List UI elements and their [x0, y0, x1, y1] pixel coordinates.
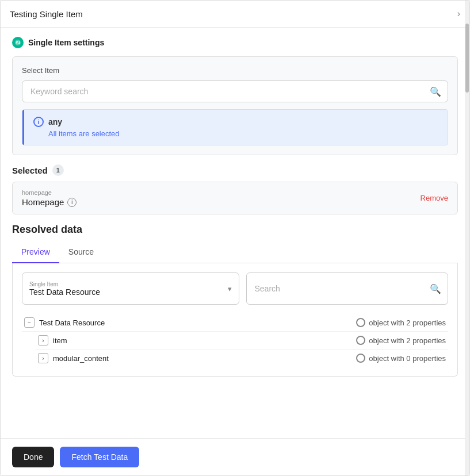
- dropdown-item-row: i any: [33, 117, 438, 127]
- settings-section: SI Single Item settings Select Item 🔍 i …: [1, 28, 469, 164]
- dropdown-item-name: any: [48, 117, 62, 126]
- resolved-search-input[interactable]: [246, 272, 449, 305]
- remove-button[interactable]: Remove: [421, 194, 448, 202]
- resolved-toolbar: Single Item Test Data Resource ▾ 🔍: [22, 272, 448, 305]
- row-type-text-1: object with 2 properties: [369, 318, 446, 327]
- circle-icon-2: [356, 336, 365, 345]
- panel-body: SI Single Item settings Select Item 🔍 i …: [1, 28, 469, 438]
- row-type-text-2: object with 2 properties: [369, 336, 446, 345]
- row-type-3: object with 0 properties: [356, 354, 446, 363]
- tabs: Preview Source: [12, 243, 458, 263]
- expand-icon-2[interactable]: ›: [38, 335, 48, 346]
- circle-icon-3: [356, 354, 365, 363]
- panel-header: Testing Single Item ›: [1, 1, 469, 28]
- resolved-title: Resolved data: [12, 224, 458, 236]
- dropdown-select-value: Test Data Resource: [29, 287, 232, 297]
- circle-icon-1: [356, 318, 365, 327]
- settings-icon: SI: [12, 37, 24, 48]
- main-panel: Testing Single Item › SI Single Item set…: [0, 0, 470, 476]
- settings-heading-text: Single Item settings: [28, 38, 104, 47]
- select-item-box: Select Item 🔍 i any All items are select…: [12, 56, 458, 155]
- dropdown-item-any[interactable]: i any All items are selected: [22, 110, 448, 145]
- resolved-content: Single Item Test Data Resource ▾ 🔍 − Tes…: [12, 263, 458, 377]
- keyword-search-wrapper: 🔍: [22, 80, 448, 102]
- row-type-2: object with 2 properties: [356, 336, 446, 345]
- row-type-text-3: object with 0 properties: [369, 354, 446, 363]
- row-name-2: item: [53, 336, 351, 345]
- keyword-search-input[interactable]: [22, 80, 448, 102]
- svg-text:SI: SI: [16, 40, 20, 45]
- dropdown-select-label: Single Item: [29, 281, 232, 287]
- selected-item-title-text: Homepage: [22, 197, 64, 207]
- selected-item-card: homepage Homepage i Remove: [12, 182, 458, 214]
- tab-source[interactable]: Source: [59, 243, 103, 263]
- selected-item-subtitle: homepage: [22, 189, 77, 196]
- dropdown-list: i any All items are selected: [22, 109, 448, 145]
- row-name-1: Test Data Resource: [39, 318, 351, 327]
- keyword-search-icon: 🔍: [430, 86, 441, 97]
- done-button[interactable]: Done: [12, 447, 54, 467]
- dropdown-item-sub: All items are selected: [33, 129, 438, 138]
- scrollbar-thumb[interactable]: [465, 24, 469, 93]
- selected-item-title: Homepage i: [22, 197, 77, 207]
- expand-icon-1[interactable]: −: [24, 317, 35, 328]
- resolved-search-box: 🔍: [246, 272, 449, 305]
- table-row: › modular_content object with 0 properti…: [36, 350, 448, 367]
- selected-item-info-icon: i: [67, 198, 77, 207]
- dropdown-arrow-icon: ▾: [228, 285, 232, 293]
- panel-footer: Done Fetch Test Data: [1, 438, 469, 475]
- chevron-right-icon: ›: [457, 9, 460, 19]
- selected-item-info: homepage Homepage i: [22, 189, 77, 207]
- selected-label: Selected 1: [12, 164, 458, 176]
- resolved-section: Resolved data Preview Source Single Item…: [1, 224, 469, 386]
- tab-preview[interactable]: Preview: [12, 243, 59, 263]
- panel-title: Testing Single Item: [10, 9, 83, 19]
- resolved-search-icon: 🔍: [430, 283, 441, 294]
- table-row: − Test Data Resource object with 2 prope…: [22, 314, 448, 332]
- fetch-test-data-button[interactable]: Fetch Test Data: [60, 447, 139, 467]
- expand-icon-3[interactable]: ›: [38, 353, 48, 363]
- selected-badge: 1: [52, 164, 64, 176]
- scrollbar[interactable]: [465, 1, 469, 475]
- selected-section: Selected 1 homepage Homepage i Remove: [1, 164, 469, 224]
- info-icon-blue: i: [33, 117, 44, 127]
- select-item-label: Select Item: [22, 66, 448, 75]
- table-row: › item object with 2 properties: [36, 332, 448, 350]
- row-name-3: modular_content: [53, 354, 351, 363]
- dropdown-select[interactable]: Single Item Test Data Resource ▾: [22, 272, 239, 305]
- row-type-1: object with 2 properties: [356, 318, 446, 327]
- selected-label-text: Selected: [12, 166, 48, 175]
- section-heading: SI Single Item settings: [12, 37, 458, 48]
- data-table: − Test Data Resource object with 2 prope…: [22, 314, 448, 367]
